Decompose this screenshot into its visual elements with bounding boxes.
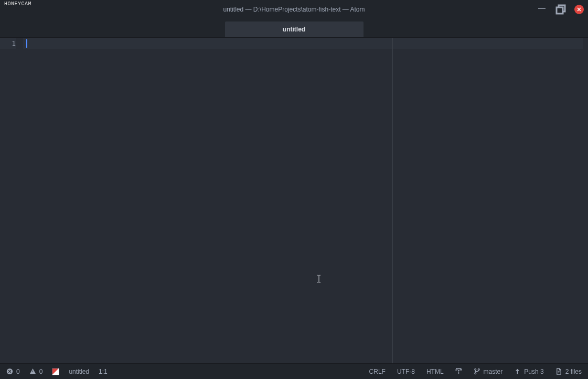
line-number[interactable]: 1 — [0, 38, 16, 49]
text-cursor — [26, 39, 27, 48]
line-ending-selector[interactable]: CRLF — [369, 368, 386, 375]
tab-label: untitled — [283, 26, 305, 33]
wrap-guide — [392, 38, 393, 363]
color-swatch-icon — [52, 368, 59, 375]
editor-content[interactable] — [23, 38, 588, 363]
git-branch[interactable]: master — [474, 368, 503, 375]
svg-point-3 — [478, 369, 479, 370]
diagnostics-errors[interactable]: 0 — [6, 368, 20, 375]
git-push[interactable]: Push 3 — [514, 368, 543, 375]
tab-bar: untitled — [0, 19, 588, 38]
editor-area[interactable]: 1 — [0, 38, 588, 363]
error-icon — [6, 368, 13, 375]
svg-point-4 — [474, 373, 476, 374]
git-branch-icon — [474, 368, 480, 375]
svg-point-2 — [474, 369, 476, 370]
gutter: 1 — [0, 38, 23, 363]
ibeam-cursor-icon — [317, 275, 321, 285]
encoding-selector[interactable]: UTF-8 — [397, 368, 415, 375]
minimize-icon[interactable]: — — [537, 3, 547, 13]
file-icon — [555, 368, 562, 375]
warning-icon — [29, 368, 36, 375]
git-files[interactable]: 2 files — [555, 368, 582, 375]
broadcast-icon — [455, 368, 462, 375]
arrow-up-icon — [514, 368, 521, 375]
window-controls: — — [537, 0, 584, 19]
grammar-selector[interactable]: HTML — [426, 368, 444, 375]
title-bar: untitled — D:\HomeProjects\atom-fish-tex… — [0, 0, 588, 19]
close-icon[interactable] — [574, 5, 584, 14]
warnings-count: 0 — [39, 368, 43, 375]
color-picker-button[interactable] — [52, 368, 59, 375]
errors-count: 0 — [16, 368, 20, 375]
github-status[interactable] — [455, 368, 462, 375]
svg-point-1 — [458, 370, 459, 371]
window-title: untitled — D:\HomeProjects\atom-fish-tex… — [223, 6, 365, 13]
cursor-position[interactable]: 1:1 — [99, 368, 108, 375]
filename-label[interactable]: untitled — [69, 368, 89, 375]
active-line-highlight — [23, 38, 583, 49]
diagnostics-warnings[interactable]: 0 — [29, 368, 43, 375]
maximize-icon[interactable] — [555, 4, 566, 15]
status-bar: 0 0 untitled 1:1 CRLF UTF-8 HTML — [0, 363, 588, 379]
watermark-label: HONEYCAM — [4, 1, 31, 7]
tab-untitled[interactable]: untitled — [225, 21, 364, 37]
